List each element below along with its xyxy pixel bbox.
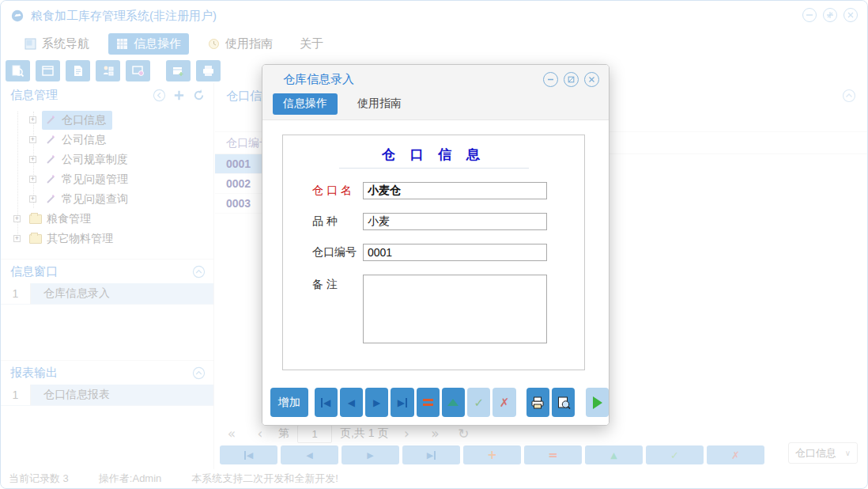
close-icon[interactable]	[584, 72, 599, 87]
last-record-icon[interactable]: ▶	[391, 388, 413, 417]
variety-input[interactable]	[363, 213, 547, 230]
application-window: 粮食加工库存管理系统(非注册用户) 系统导航 信息操作 使用指南 关于	[0, 0, 868, 489]
edit-icon[interactable]	[442, 388, 465, 417]
print-icon[interactable]	[526, 388, 549, 417]
field-label-variety: 品 种	[312, 214, 363, 229]
title-underline	[339, 168, 529, 169]
print-preview-icon[interactable]	[552, 388, 575, 417]
prev-record-icon[interactable]: ◀	[340, 388, 363, 417]
warehouse-entry-dialog: 仓库信息录入 信息操作 使用指南 仓 口 信 息 仓 口 名 品 种	[262, 64, 609, 426]
field-label-warehouse-name: 仓 口 名	[312, 184, 363, 198]
form-title: 仓 口 信 息	[283, 146, 584, 164]
restore-icon[interactable]	[564, 72, 579, 87]
first-record-icon[interactable]: ◀	[315, 388, 338, 417]
warehouse-name-input[interactable]	[363, 182, 547, 199]
delete-icon[interactable]	[417, 388, 440, 417]
cancel-icon[interactable]: ✗	[492, 388, 515, 417]
dialog-title: 仓库信息录入	[283, 72, 354, 87]
minimize-icon[interactable]	[543, 72, 558, 87]
next-record-icon[interactable]: ▶	[365, 388, 388, 417]
warehouse-form: 仓 口 信 息 仓 口 名 品 种 仓口编号 备 注	[282, 135, 585, 370]
field-label-remarks: 备 注	[312, 278, 363, 292]
remarks-textarea[interactable]	[363, 275, 547, 343]
run-icon[interactable]	[586, 388, 609, 417]
field-label-warehouse-code: 仓口编号	[312, 245, 363, 260]
warehouse-code-input[interactable]	[363, 244, 547, 261]
add-record-button[interactable]: 增加	[270, 388, 308, 417]
dialog-tabs: 信息操作 使用指南	[262, 93, 609, 120]
tab-info-operation[interactable]: 信息操作	[273, 93, 338, 115]
dialog-title-bar: 仓库信息录入	[262, 65, 609, 93]
dialog-footer: 增加 ◀ ◀ ▶ ▶ ✓ ✗	[262, 380, 609, 425]
tab-user-guide[interactable]: 使用指南	[347, 93, 412, 115]
commit-icon[interactable]: ✓	[467, 388, 490, 417]
